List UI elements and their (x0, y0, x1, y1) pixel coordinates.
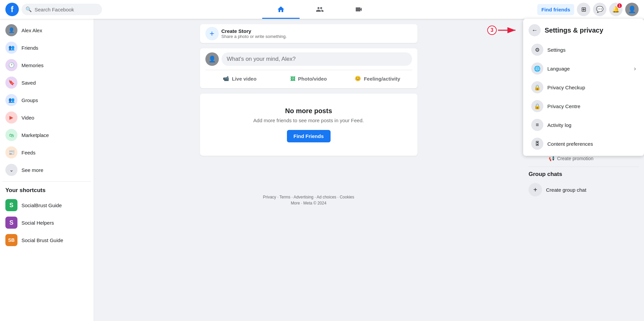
search-placeholder-text: Search Facebook (35, 7, 74, 12)
create-story-title: Create Story (221, 28, 287, 34)
group-chats-title: Group chats (529, 171, 639, 178)
settings-menu-content-preferences[interactable]: 🎛 Content preferences (526, 134, 641, 153)
facebook-logo[interactable]: f (5, 3, 19, 16)
no-posts-title: No more posts (205, 107, 412, 115)
find-friends-blue-button[interactable]: Find Friends (287, 130, 331, 142)
home-icon (277, 5, 285, 13)
topnav-center-nav (102, 1, 537, 17)
settings-label: Settings (547, 47, 636, 53)
notifications-button[interactable]: 🔔 1 (609, 3, 623, 16)
sidebar-item-memories[interactable]: 🕐 Memories (3, 56, 91, 74)
create-story-text: Create Story Share a photo or write some… (221, 28, 287, 39)
top-navigation: f 🔍 Search Facebook Find friends ⊞ 💬 🔔 1… (0, 0, 644, 19)
settings-menu-settings[interactable]: ⚙ Settings (526, 40, 641, 59)
friends-nav-icon (316, 5, 324, 13)
search-box[interactable]: 🔍 Search Facebook (21, 4, 102, 15)
live-video-button[interactable]: 📹 Live video (205, 73, 274, 84)
nav-home-button[interactable] (262, 1, 300, 17)
feed-area: + Create Story Share a photo or write so… (195, 24, 423, 161)
feeds-sidebar-icon: 📰 (5, 146, 17, 158)
watch-nav-icon (355, 5, 363, 13)
settings-menu-activity-log[interactable]: ≡ Activity log (526, 116, 641, 134)
sidebar-item-friends[interactable]: 👥 Friends (3, 39, 91, 56)
topnav-right: Find friends ⊞ 💬 🔔 1 👤 (537, 3, 639, 16)
notification-badge: 1 (616, 3, 623, 9)
annotation-number: 3 (487, 26, 497, 35)
footer-more-link[interactable]: More (291, 201, 300, 205)
sidebar-see-more-label: See more (21, 167, 43, 173)
nav-friends-button[interactable] (301, 1, 339, 17)
sidebar-item-profile[interactable]: 👤 Alex Alex (3, 21, 91, 39)
create-group-chat-label: Create group chat (546, 187, 586, 193)
footer-ad-choices-link[interactable]: Ad choices (316, 195, 336, 199)
post-input[interactable]: What's on your mind, Alex? (221, 52, 412, 66)
sidebar-profile-label: Alex Alex (21, 28, 42, 33)
sidebar-memories-label: Memories (21, 62, 44, 68)
marketplace-sidebar-icon: 🛍 (5, 129, 17, 141)
friends-sidebar-icon: 👥 (5, 42, 17, 54)
apps-button[interactable]: ⊞ (577, 3, 590, 16)
shortcuts-section-title: Your shortcuts (3, 184, 91, 196)
group-chats-section: Group chats + Create group chat (529, 171, 639, 199)
nav-watch-button[interactable] (340, 1, 378, 17)
messenger-button[interactable]: 💬 (593, 3, 606, 16)
post-box-card: 👤 What's on your mind, Alex? 📹 Live vide… (200, 48, 417, 88)
feeling-icon: 😊 (355, 76, 361, 82)
memories-sidebar-icon: 🕐 (5, 59, 17, 71)
saved-sidebar-icon: 🔖 (5, 77, 17, 89)
avatar[interactable]: 👤 (625, 3, 639, 16)
settings-privacy-panel: ← Settings & privacy ⚙ Settings 🌐 Langua… (523, 19, 644, 156)
photo-video-button[interactable]: 🖼 Photo/video (274, 73, 343, 84)
sidebar-item-saved[interactable]: 🔖 Saved (3, 74, 91, 91)
create-story-plus-icon: + (205, 27, 219, 40)
left-sidebar: 👤 Alex Alex 👥 Friends 🕐 Memories 🔖 Saved… (0, 19, 94, 212)
footer-meta-text: · Meta © 2024 (301, 201, 327, 205)
settings-back-button[interactable]: ← (529, 24, 541, 36)
sidebar-feeds-label: Feeds (21, 150, 36, 155)
sidebar-shortcut-socialbrust[interactable]: S SocialBrust Guide (3, 196, 91, 212)
footer-advertising-link[interactable]: Advertising (294, 195, 313, 199)
see-more-icon: ⌄ (5, 164, 17, 176)
groups-sidebar-icon: 👥 (5, 94, 17, 106)
sidebar-item-see-more[interactable]: ⌄ See more (3, 161, 91, 179)
footer-terms-link[interactable]: Terms (280, 195, 291, 199)
topnav-left: f 🔍 Search Facebook (5, 3, 102, 16)
privacy-checkup-lock-icon: 🔒 (531, 81, 543, 93)
settings-menu-privacy-checkup[interactable]: 🔒 Privacy Checkup (526, 78, 641, 97)
create-group-chat-icon: + (529, 183, 542, 196)
photo-video-icon: 🖼 (290, 76, 295, 82)
language-label: Language (547, 66, 630, 72)
sidebar-item-groups[interactable]: 👥 Groups (3, 91, 91, 109)
profile-avatar-icon: 👤 (5, 24, 17, 36)
sidebar-item-marketplace[interactable]: 🛍 Marketplace (3, 126, 91, 144)
privacy-checkup-label: Privacy Checkup (547, 85, 636, 90)
create-group-chat-button[interactable]: + Create group chat (529, 180, 639, 199)
settings-menu-privacy-centre[interactable]: 🔒 Privacy Centre (526, 97, 641, 116)
settings-menu-language[interactable]: 🌐 Language › (526, 59, 641, 78)
right-divider-2 (529, 167, 639, 167)
activity-log-icon: ≡ (531, 119, 543, 131)
language-chevron-icon: › (634, 65, 636, 72)
create-story-card[interactable]: + Create Story Share a photo or write so… (200, 24, 417, 43)
settings-panel-header: ← Settings & privacy (523, 21, 644, 40)
activity-log-label: Activity log (547, 122, 636, 128)
find-friends-button[interactable]: Find friends (537, 4, 574, 15)
video-sidebar-icon: ▶ (5, 111, 17, 124)
photo-video-label: Photo/video (298, 76, 327, 82)
live-video-label: Live video (232, 76, 256, 82)
footer-cookies-link[interactable]: Cookies (340, 195, 354, 199)
sidebar-item-video[interactable]: ▶ Video (3, 109, 91, 126)
sidebar-video-label: Video (21, 115, 34, 121)
settings-gear-icon: ⚙ (531, 44, 543, 56)
footer-privacy-link[interactable]: Privacy (263, 195, 276, 199)
create-story-subtitle: Share a photo or write something. (221, 34, 287, 39)
post-actions-row: 📹 Live video 🖼 Photo/video 😊 Feeling/act… (205, 70, 412, 84)
feeling-activity-button[interactable]: 😊 Feeling/activity (343, 73, 412, 84)
sidebar-item-feeds[interactable]: 📰 Feeds (3, 144, 91, 161)
shortcut-socialbrust-label: SocialBrust Guide (21, 202, 62, 208)
footer-meta-line: More · Meta © 2024 (99, 201, 518, 205)
content-preferences-label: Content preferences (547, 141, 636, 147)
settings-panel-title: Settings & privacy (545, 27, 603, 34)
create-promotion-label: Create promotion (557, 156, 593, 161)
no-more-posts-card: No more posts Add more friends to see mo… (200, 94, 417, 156)
